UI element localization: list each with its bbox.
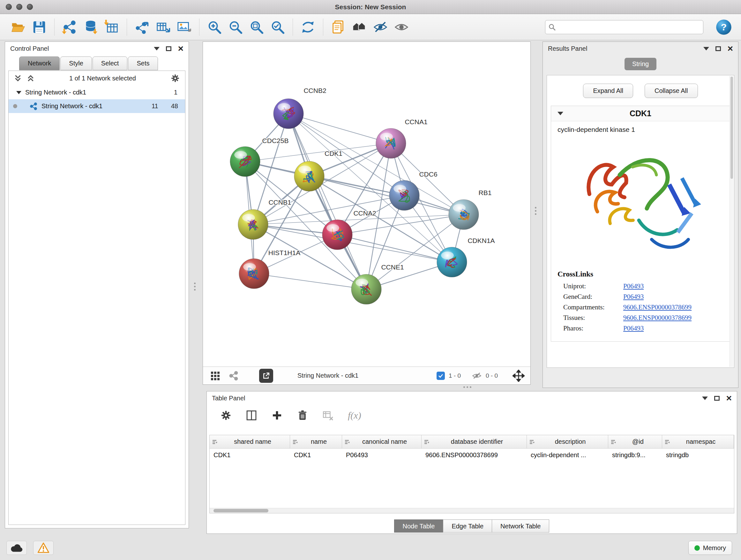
- pan-move-icon[interactable]: [513, 370, 525, 382]
- table-cell[interactable]: stringdb: [662, 451, 734, 459]
- network-row[interactable]: String Network - cdk1 11 48: [9, 99, 185, 113]
- minimize-window-button[interactable]: [16, 4, 22, 10]
- float-panel-icon[interactable]: [716, 46, 721, 51]
- expand-all-button[interactable]: Expand All: [583, 84, 633, 98]
- zoom-out-button[interactable]: [225, 17, 246, 38]
- float-panel-icon[interactable]: [166, 46, 172, 51]
- tab-select[interactable]: Select: [92, 57, 128, 70]
- open-session-button[interactable]: [8, 17, 29, 38]
- table-cell[interactable]: cyclin-dependent ...: [527, 451, 608, 459]
- refresh-view-button[interactable]: [297, 17, 319, 38]
- hide-graphics-details-button[interactable]: [370, 17, 391, 38]
- network-edge[interactable]: [253, 225, 452, 262]
- selected-checkbox-icon[interactable]: [436, 372, 445, 380]
- network-node-ccne1[interactable]: CCNE1: [351, 263, 404, 304]
- horizontal-splitter[interactable]: [463, 386, 471, 388]
- network-node-cdk1[interactable]: CDK1: [294, 150, 342, 191]
- network-overview-button[interactable]: [349, 17, 370, 38]
- tab-node-table[interactable]: Node Table: [394, 519, 444, 533]
- close-window-button[interactable]: [6, 4, 12, 10]
- table-horizontal-scrollbar[interactable]: [210, 508, 734, 513]
- delete-column-icon[interactable]: [297, 410, 308, 421]
- panel-menu-icon[interactable]: [702, 396, 708, 400]
- network-canvas[interactable]: CCNB2CCNA1CDC25BCDK1CDC6RB1CCNB1CCNA2CDK…: [203, 42, 530, 367]
- function-builder-button[interactable]: f(x): [348, 410, 361, 421]
- export-table-button[interactable]: [152, 17, 174, 38]
- column-header-database-identifier[interactable]: database identifier: [421, 435, 527, 448]
- crosslink-value-link[interactable]: 9606.ENSP00000378699: [623, 314, 691, 322]
- table-options-gear-icon[interactable]: [220, 410, 232, 421]
- collapse-all-icon[interactable]: [14, 74, 22, 82]
- network-options-gear-icon[interactable]: [171, 73, 180, 83]
- table-cell[interactable]: CDK1: [210, 451, 290, 459]
- crosslink-value-link[interactable]: P06493: [623, 324, 644, 332]
- network-node-cdkn1a[interactable]: CDKN1A: [437, 237, 495, 277]
- import-network-from-file-button[interactable]: [59, 17, 80, 38]
- show-columns-icon[interactable]: [246, 410, 257, 421]
- network-edge[interactable]: [309, 176, 464, 214]
- export-image-button[interactable]: [174, 17, 195, 38]
- network-edge[interactable]: [337, 235, 452, 262]
- network-edge[interactable]: [254, 273, 366, 289]
- tab-network-table[interactable]: Network Table: [492, 519, 549, 533]
- results-scrollbar[interactable]: [730, 76, 733, 367]
- add-column-icon[interactable]: [271, 410, 283, 421]
- panel-menu-icon[interactable]: [154, 47, 159, 51]
- cloud-status-button[interactable]: [6, 541, 27, 555]
- collapse-all-button[interactable]: Collapse All: [645, 84, 698, 98]
- session-snapshot-button[interactable]: [328, 17, 349, 38]
- zoom-window-button[interactable]: [27, 4, 33, 10]
- open-in-new-window-button[interactable]: [259, 369, 273, 383]
- table-cell[interactable]: CDK1: [290, 451, 342, 459]
- network-edge[interactable]: [288, 114, 366, 289]
- column-header-shared-name[interactable]: shared name: [210, 435, 290, 448]
- column-header-description[interactable]: description: [527, 435, 608, 448]
- panel-menu-icon[interactable]: [703, 47, 709, 51]
- float-panel-icon[interactable]: [714, 396, 720, 401]
- zoom-in-button[interactable]: [204, 17, 225, 38]
- search-input[interactable]: [545, 20, 703, 34]
- save-session-button[interactable]: [29, 17, 50, 38]
- table-row[interactable]: CDK1CDK1P064939606.ENSP00000378699cyclin…: [210, 449, 734, 461]
- close-panel-icon[interactable]: ×: [178, 44, 184, 53]
- column-header-namespac[interactable]: namespac: [662, 435, 734, 448]
- network-node-ccna1[interactable]: CCNA1: [376, 118, 428, 159]
- vertical-splitter-right[interactable]: [535, 207, 536, 215]
- vertical-splitter-left[interactable]: [194, 283, 196, 291]
- grid-mode-icon[interactable]: [210, 371, 220, 381]
- tab-network[interactable]: Network: [19, 57, 60, 70]
- zoom-selected-button[interactable]: [267, 17, 288, 38]
- network-edge[interactable]: [253, 114, 288, 225]
- delete-table-icon[interactable]: [322, 410, 334, 421]
- expander-icon[interactable]: [16, 91, 21, 94]
- help-button[interactable]: ?: [715, 18, 733, 36]
- table-cell[interactable]: 9606.ENSP00000378699: [421, 451, 527, 459]
- scrollbar-thumb[interactable]: [213, 509, 268, 512]
- close-panel-icon[interactable]: ×: [726, 393, 732, 403]
- network-node-cdc25b[interactable]: CDC25B: [230, 137, 288, 177]
- zoom-fit-button[interactable]: [246, 17, 267, 38]
- network-collection-row[interactable]: String Network - cdk1 1: [9, 85, 185, 99]
- crosslink-value-link[interactable]: P06493: [623, 293, 644, 301]
- network-node-hist1h1a[interactable]: HIST1H1A: [239, 249, 300, 289]
- network-node-rb1[interactable]: RB1: [449, 189, 491, 230]
- tab-style[interactable]: Style: [60, 57, 91, 70]
- crosslink-value-link[interactable]: 9606.ENSP00000378699: [623, 303, 691, 311]
- expand-all-icon[interactable]: [26, 74, 35, 82]
- tab-sets[interactable]: Sets: [128, 57, 158, 70]
- table-cell[interactable]: stringdb:9...: [608, 451, 662, 459]
- crosslink-value-link[interactable]: P06493: [623, 282, 644, 290]
- network-edge[interactable]: [288, 114, 391, 143]
- network-node-cdc6[interactable]: CDC6: [389, 171, 437, 210]
- tab-edge-table[interactable]: Edge Table: [443, 519, 492, 533]
- collapse-section-icon[interactable]: [557, 112, 563, 115]
- show-graphics-details-button[interactable]: [391, 17, 412, 38]
- warnings-button[interactable]: [33, 541, 54, 555]
- table-cell[interactable]: P06493: [342, 451, 421, 459]
- export-network-button[interactable]: [131, 17, 152, 38]
- results-scrollbar-thumb[interactable]: [731, 77, 733, 179]
- column-header-canonical-name[interactable]: canonical name: [342, 435, 421, 448]
- share-view-icon[interactable]: [228, 371, 239, 381]
- network-node-ccnb1[interactable]: CCNB1: [238, 199, 291, 240]
- import-table-from-file-button[interactable]: [101, 17, 122, 38]
